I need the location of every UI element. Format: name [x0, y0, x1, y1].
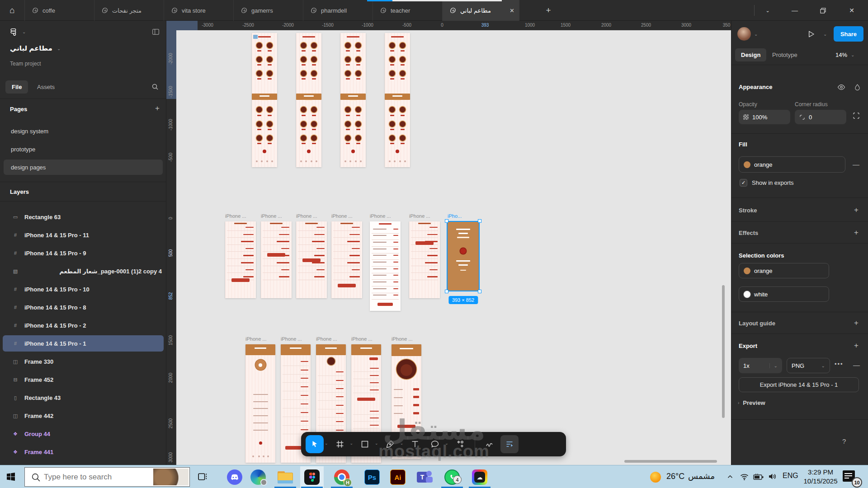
- home-button[interactable]: ⌂: [0, 0, 25, 21]
- weather-temperature[interactable]: 26°C: [666, 472, 684, 481]
- frame-dropdown-chevron[interactable]: ⌄: [350, 441, 354, 446]
- middle-frame-3[interactable]: [296, 221, 327, 298]
- new-tab-button[interactable]: +: [541, 0, 556, 21]
- layer-item-7[interactable]: #iPhone 14 & 15 Pro - 1: [0, 334, 166, 352]
- illustrator-taskbar-icon[interactable]: Ai: [390, 469, 406, 485]
- file-name-menu[interactable]: مطاعم لباني ⌄: [10, 44, 61, 52]
- layer-item-13[interactable]: ❖Frame 441: [0, 443, 166, 461]
- tab-file[interactable]: File: [5, 80, 28, 94]
- shape-tool[interactable]: [356, 435, 374, 453]
- selection-handle[interactable]: [445, 219, 448, 223]
- layer-item-11[interactable]: ◫Frame 442: [0, 407, 166, 425]
- layer-item-0[interactable]: ▭Rectangle 63: [0, 208, 166, 226]
- tab-prototype[interactable]: Prototype: [768, 48, 802, 61]
- tray-expand-button[interactable]: [726, 473, 734, 483]
- photoshop-taskbar-icon[interactable]: Ps: [364, 469, 380, 485]
- middle-frame-2[interactable]: [261, 221, 292, 298]
- move-dropdown-chevron[interactable]: ⌄: [325, 441, 328, 446]
- export-format-select[interactable]: PNG ⌄: [787, 358, 830, 373]
- export-scale-select[interactable]: 1x ⌄: [739, 358, 782, 373]
- figma-taskbar-icon[interactable]: [304, 469, 320, 485]
- volume-button[interactable]: [768, 472, 777, 483]
- chevron-down-icon[interactable]: ⌄: [823, 32, 827, 37]
- export-frame-button[interactable]: Export iPhone 14 & 15 Pro - 1: [739, 377, 859, 392]
- zoom-menu[interactable]: 14% ⌄: [835, 48, 854, 61]
- layer-item-3[interactable]: ▧page-0001 (1)2 copy 4_شعار المطعم: [0, 262, 166, 280]
- middle-frame-5-label[interactable]: iPhone ...: [370, 213, 391, 219]
- top-frame-3[interactable]: [340, 33, 366, 167]
- middle-frame-6-label[interactable]: iPhone ...: [409, 213, 430, 219]
- add-page-button[interactable]: +: [155, 104, 160, 113]
- start-button[interactable]: [5, 471, 17, 483]
- middle-frame-1-label[interactable]: iPhone ...: [225, 213, 246, 219]
- canvas[interactable]: iPhone ...iPhone ...iPhone ...iPhone ...…: [166, 21, 731, 465]
- blend-mode-button[interactable]: [854, 84, 860, 93]
- file-tab-1[interactable]: متجر نفحات: [94, 0, 164, 21]
- help-button[interactable]: ?: [842, 437, 846, 445]
- add-export-button[interactable]: +: [852, 341, 861, 350]
- preview-toggle[interactable]: › Preview: [738, 399, 765, 406]
- layer-item-10[interactable]: ▯Rectangle 43: [0, 389, 166, 407]
- search-box[interactable]: [24, 467, 190, 487]
- edge-taskbar-icon[interactable]: [250, 469, 266, 485]
- draw-tool[interactable]: [481, 435, 499, 453]
- add-layout-guide-button[interactable]: +: [852, 319, 861, 328]
- export-options-button[interactable]: •••: [835, 361, 844, 367]
- actions-tool[interactable]: [451, 435, 469, 453]
- file-tab-0[interactable]: coffe: [25, 0, 94, 21]
- layer-item-1[interactable]: #iPhone 14 & 15 Pro - 11: [0, 226, 166, 244]
- move-tool[interactable]: [306, 435, 324, 453]
- frame-tool[interactable]: [331, 435, 349, 453]
- layer-item-9[interactable]: ⊟Frame 452: [0, 371, 166, 389]
- search-button[interactable]: [151, 83, 159, 92]
- selection-handle[interactable]: [478, 219, 481, 223]
- middle-frame-4[interactable]: [331, 221, 362, 298]
- selection-handle[interactable]: [445, 290, 448, 293]
- chrome-taskbar-icon[interactable]: H: [334, 469, 350, 485]
- file-tab-5[interactable]: teacher: [373, 0, 443, 21]
- bottom-frame-4-label[interactable]: iPhone ...: [351, 336, 372, 342]
- page-item-prototype[interactable]: prototype: [0, 140, 166, 158]
- present-button[interactable]: [807, 30, 815, 40]
- top-frame-1[interactable]: [252, 33, 277, 167]
- middle-frame-6[interactable]: [409, 221, 440, 298]
- layer-item-12[interactable]: ❖Group 44: [0, 425, 166, 443]
- avatar[interactable]: [737, 27, 751, 41]
- middle-frame-3-label[interactable]: iPhone ...: [296, 213, 317, 219]
- top-frame-2[interactable]: [296, 33, 321, 167]
- file-tab-2[interactable]: vita store: [164, 0, 234, 21]
- file-tab-4[interactable]: pharmdell: [303, 0, 373, 21]
- chevron-down-icon[interactable]: ⌄: [754, 32, 758, 37]
- layer-item-5[interactable]: #iPhone 14 & 15 Pro - 8: [0, 298, 166, 316]
- fill-swatch-row[interactable]: orange: [739, 156, 845, 173]
- window-menu-button[interactable]: ⌄: [755, 0, 780, 21]
- tab-design[interactable]: Design: [735, 48, 766, 61]
- remove-fill-button[interactable]: —: [853, 160, 859, 168]
- layer-item-8[interactable]: ◫Frame 330: [0, 352, 166, 371]
- bottom-frame-1[interactable]: [245, 344, 275, 463]
- comment-dropdown-chevron[interactable]: ⌄: [445, 441, 448, 446]
- independent-corners-button[interactable]: [853, 112, 860, 121]
- file-tab-6[interactable]: مطاعم لباني✕: [443, 0, 519, 21]
- shape-dropdown-chevron[interactable]: ⌄: [375, 441, 378, 446]
- corner-radius-field[interactable]: 0: [795, 110, 846, 124]
- opacity-field[interactable]: 100%: [739, 110, 790, 124]
- visibility-button[interactable]: [837, 84, 845, 92]
- language-indicator[interactable]: ENG: [783, 472, 798, 480]
- layer-item-6[interactable]: #iPhone 14 & 15 Pro - 2: [0, 316, 166, 334]
- selection-color-row[interactable]: white: [739, 286, 829, 302]
- close-tab-icon[interactable]: ✕: [509, 7, 514, 14]
- selection-handle[interactable]: [478, 290, 481, 293]
- search-input[interactable]: [44, 473, 148, 482]
- main-menu-button[interactable]: ⌄: [10, 28, 26, 36]
- text-tool[interactable]: [406, 435, 424, 453]
- collapse-sidebar-button[interactable]: [152, 28, 160, 38]
- window-restore-button[interactable]: [810, 0, 835, 21]
- middle-frame-1[interactable]: [225, 221, 256, 298]
- creative-cloud-taskbar-icon[interactable]: ☁: [472, 469, 488, 485]
- bottom-frame-3-label[interactable]: iPhone ...: [316, 336, 337, 342]
- explorer-taskbar-icon[interactable]: [277, 469, 293, 485]
- code-tool[interactable]: [520, 435, 538, 453]
- bottom-frame-5-label[interactable]: iPhone ...: [392, 336, 412, 342]
- middle-frame-4-label[interactable]: iPhone ...: [331, 213, 352, 219]
